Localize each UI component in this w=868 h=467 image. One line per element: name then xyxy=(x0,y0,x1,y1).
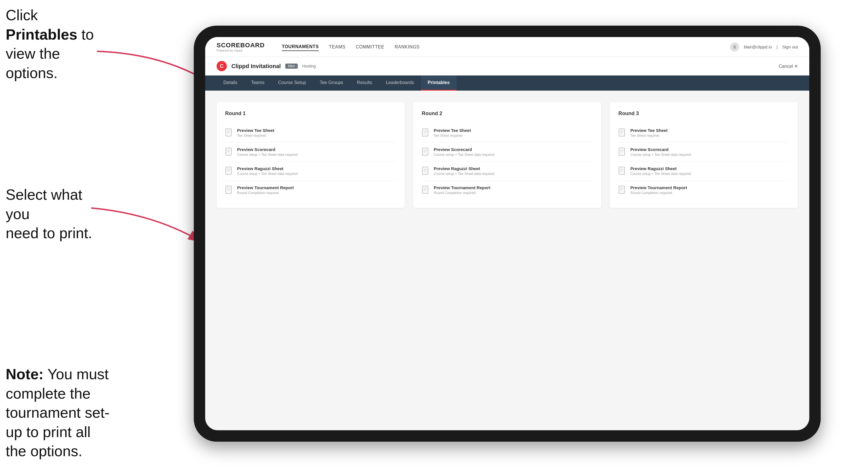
round1-tournament-report[interactable]: Preview Tournament Report Round Completi… xyxy=(225,181,396,199)
round3-tournament-report-icon xyxy=(618,186,626,195)
separator: | xyxy=(777,44,778,49)
tab-results[interactable]: Results xyxy=(350,75,379,91)
round3-raguzzi-title: Preview Raguzzi Sheet xyxy=(630,166,691,171)
svg-rect-10 xyxy=(226,167,231,175)
round2-tournament-report[interactable]: Preview Tournament Report Round Completi… xyxy=(422,181,593,199)
round1-raguzzi-text: Preview Raguzzi Sheet Course setup + Tee… xyxy=(237,166,298,176)
tablet-screen: SCOREBOARD Powered by clippd TOURNAMENTS… xyxy=(205,37,809,430)
tab-details[interactable]: Details xyxy=(217,75,244,91)
round2-raguzzi-title: Preview Raguzzi Sheet xyxy=(434,166,494,171)
instruction-top: Click Printables to view the options. xyxy=(6,6,102,83)
round2-scorecard-subtitle: Course setup + Tee Sheet data required xyxy=(434,153,494,157)
round3-tee-sheet-icon xyxy=(618,128,626,137)
round-1-title: Round 1 xyxy=(225,111,396,117)
round2-tee-sheet-subtitle: Tee Sheet required xyxy=(434,134,471,137)
svg-rect-2 xyxy=(226,129,231,136)
round3-tee-sheet-title: Preview Tee Sheet xyxy=(630,128,668,133)
tee-sheet-icon xyxy=(225,128,233,137)
round-2-section: Round 2 Preview Tee Sheet xyxy=(413,102,601,208)
instruction-bottom: Note: You must complete the tournament s… xyxy=(6,365,114,461)
round-3-title: Round 3 xyxy=(618,111,789,117)
round1-tournament-report-text: Preview Tournament Report Round Completi… xyxy=(237,185,294,195)
round1-tournament-report-title: Preview Tournament Report xyxy=(237,185,294,190)
tab-leaderboards[interactable]: Leaderboards xyxy=(379,75,421,91)
round1-tee-sheet-subtitle: Tee Sheet required xyxy=(237,134,274,137)
round2-scorecard[interactable]: Preview Scorecard Course setup + Tee She… xyxy=(422,143,593,161)
svg-rect-38 xyxy=(619,148,625,155)
svg-rect-46 xyxy=(619,186,625,193)
tournament-name: Clippd Invitational xyxy=(231,63,281,69)
tournament-report-icon xyxy=(225,186,233,195)
svg-rect-26 xyxy=(422,167,428,175)
round3-tournament-report[interactable]: Preview Tournament Report Round Completi… xyxy=(618,181,789,199)
round1-tournament-report-subtitle: Round Completion required xyxy=(237,191,294,195)
round2-tournament-report-subtitle: Round Completion required xyxy=(434,191,490,195)
svg-rect-18 xyxy=(422,129,428,136)
printables-bold: Printables xyxy=(6,26,77,43)
round2-tee-sheet[interactable]: Preview Tee Sheet Tee Sheet required xyxy=(422,123,593,143)
round1-raguzzi-title: Preview Raguzzi Sheet xyxy=(237,166,298,171)
round1-scorecard[interactable]: Preview Scorecard Course setup + Tee She… xyxy=(225,143,396,161)
svg-rect-30 xyxy=(422,186,428,193)
tablet-frame: SCOREBOARD Powered by clippd TOURNAMENTS… xyxy=(194,26,821,442)
svg-rect-6 xyxy=(226,148,231,155)
cancel-button[interactable]: Cancel ✕ xyxy=(779,64,798,69)
svg-rect-34 xyxy=(619,129,625,136)
tab-teams[interactable]: Teams xyxy=(244,75,271,91)
header-left: SCOREBOARD Powered by clippd TOURNAMENTS… xyxy=(217,41,420,52)
round1-scorecard-subtitle: Course setup + Tee Sheet data required xyxy=(237,153,298,157)
round1-raguzzi-subtitle: Course setup + Tee Sheet data required xyxy=(237,172,298,176)
user-avatar: B xyxy=(730,42,739,52)
round3-raguzzi[interactable]: Preview Raguzzi Sheet Course setup + Tee… xyxy=(618,161,789,181)
round2-tee-sheet-icon xyxy=(422,128,430,137)
raguzzi-icon xyxy=(225,167,233,176)
round3-scorecard-icon xyxy=(618,148,626,157)
round1-raguzzi[interactable]: Preview Raguzzi Sheet Course setup + Tee… xyxy=(225,161,396,181)
round2-scorecard-title: Preview Scorecard xyxy=(434,147,494,152)
instruction-middle: Select what you need to print. xyxy=(6,185,102,243)
round3-scorecard-title: Preview Scorecard xyxy=(630,147,691,152)
tab-nav: Details Teams Course Setup Tee Groups Re… xyxy=(205,75,809,91)
hosting-badge: Hosting xyxy=(302,64,316,68)
svg-rect-42 xyxy=(619,167,625,175)
round2-raguzzi-subtitle: Course setup + Tee Sheet data required xyxy=(434,172,494,176)
nav-tournaments[interactable]: TOURNAMENTS xyxy=(282,43,319,51)
round2-tournament-report-icon xyxy=(422,186,430,195)
nav-committee[interactable]: COMMITTEE xyxy=(355,43,384,51)
round3-tournament-report-subtitle: Round Completion required xyxy=(630,191,687,195)
round1-tee-sheet-text: Preview Tee Sheet Tee Sheet required xyxy=(237,128,274,137)
round2-raguzzi[interactable]: Preview Raguzzi Sheet Course setup + Tee… xyxy=(422,161,593,181)
tab-tee-groups[interactable]: Tee Groups xyxy=(313,75,350,91)
round-3-section: Round 3 Preview Tee Sheet xyxy=(610,102,798,208)
round2-scorecard-icon xyxy=(422,148,430,157)
round1-tee-sheet[interactable]: Preview Tee Sheet Tee Sheet required xyxy=(225,123,396,143)
tournament-logo: C xyxy=(217,61,227,71)
round3-tee-sheet[interactable]: Preview Tee Sheet Tee Sheet required xyxy=(618,123,789,143)
rounds-grid: Round 1 Preview Tee Sheet xyxy=(217,102,798,208)
sign-out-link[interactable]: Sign out xyxy=(782,44,798,49)
tournament-info: C Clippd Invitational Men Hosting xyxy=(217,61,316,71)
logo-title: SCOREBOARD xyxy=(217,41,265,49)
tournament-header: C Clippd Invitational Men Hosting Cancel… xyxy=(205,57,809,75)
tab-printables[interactable]: Printables xyxy=(421,75,457,91)
main-nav: TOURNAMENTS TEAMS COMMITTEE RANKINGS xyxy=(282,43,420,51)
tournament-gender: Men xyxy=(285,64,298,69)
round1-scorecard-title: Preview Scorecard xyxy=(237,147,298,152)
round2-tournament-report-title: Preview Tournament Report xyxy=(434,185,490,190)
main-content: Round 1 Preview Tee Sheet xyxy=(205,91,809,430)
nav-rankings[interactable]: RANKINGS xyxy=(395,43,420,51)
round-2-title: Round 2 xyxy=(422,111,593,117)
round3-raguzzi-subtitle: Course setup + Tee Sheet data required xyxy=(630,172,691,176)
round1-scorecard-text: Preview Scorecard Course setup + Tee She… xyxy=(237,147,298,157)
round2-tee-sheet-title: Preview Tee Sheet xyxy=(434,128,471,133)
tab-course-setup[interactable]: Course Setup xyxy=(271,75,313,91)
nav-teams[interactable]: TEAMS xyxy=(329,43,346,51)
round3-scorecard[interactable]: Preview Scorecard Course setup + Tee She… xyxy=(618,143,789,161)
svg-rect-14 xyxy=(226,186,231,193)
round2-raguzzi-icon xyxy=(422,167,430,176)
note-bold: Note: xyxy=(6,366,43,382)
round3-tournament-report-title: Preview Tournament Report xyxy=(630,185,687,190)
scorecard-icon xyxy=(225,148,233,157)
logo-sub: Powered by clippd xyxy=(217,49,265,52)
round3-tee-sheet-subtitle: Tee Sheet required xyxy=(630,134,668,137)
